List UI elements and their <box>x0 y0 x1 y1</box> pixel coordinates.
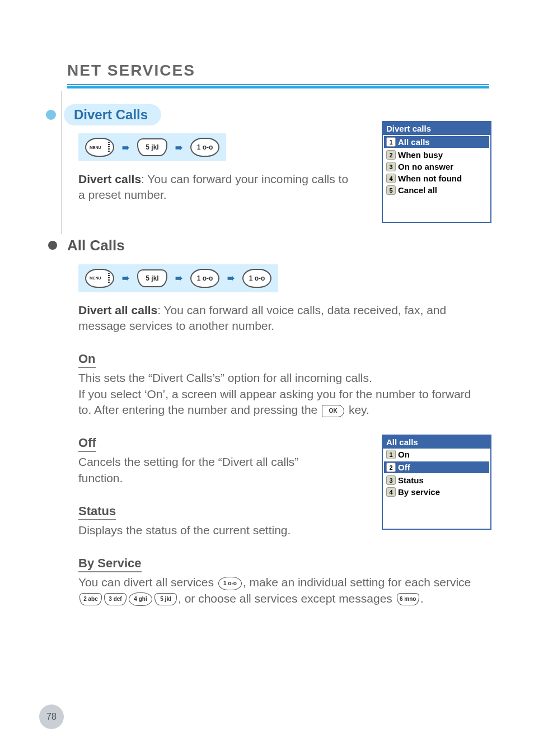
key-6-icon: 6 mno <box>397 593 419 605</box>
vertical-guide <box>62 91 62 234</box>
menu-key-icon <box>85 269 114 288</box>
phone-row-highlight: 1All calls <box>384 136 489 148</box>
key-5-icon: 5 jkl <box>154 593 177 605</box>
key-1: 1 o-o <box>190 138 219 157</box>
paragraph-by-service: You can divert all services 1 o-o, make … <box>78 575 478 606</box>
subheading-by-service: By Service <box>78 556 142 572</box>
phone-row: 3Status <box>384 474 489 486</box>
arrow-icon: ➠ <box>227 273 235 283</box>
menu-key-icon <box>85 138 114 157</box>
key-5: 5 jkl <box>137 269 167 287</box>
paragraph-off: Cancels the setting for the “Divert all … <box>78 454 341 486</box>
phone-titlebar: All calls <box>383 436 490 449</box>
arrow-icon: ➠ <box>122 142 129 153</box>
phone-row: 3On no answer <box>384 161 489 172</box>
paragraph-divert-all: Divert all calls: You can forward all vo… <box>78 302 478 334</box>
section-bullet-icon <box>46 110 56 120</box>
section-heading-divert-calls: Divert Calls <box>64 104 161 125</box>
key-1: 1 o-o <box>190 269 219 288</box>
phone-row: 4By service <box>384 486 489 498</box>
key-1: 1 o-o <box>242 269 271 288</box>
phone-row: 5Cancel all <box>384 184 489 196</box>
chapter-heading: NET SERVICES <box>67 62 489 80</box>
subheading-off: Off <box>78 436 96 452</box>
paragraph-on: This sets the “Divert Calls’s” option fo… <box>78 370 478 418</box>
phone-screen-divert-calls: Divert calls 1All calls 2When busy 3On n… <box>382 121 491 223</box>
paragraph-divert-calls: Divert calls: You can forward your incom… <box>78 171 353 203</box>
heading-rule <box>67 84 489 88</box>
key-1-icon: 1 o-o <box>218 577 242 590</box>
subheading-status: Status <box>78 504 116 520</box>
phone-titlebar: Divert calls <box>383 122 490 135</box>
page-number: 78 <box>39 704 64 729</box>
phone-row: 1On <box>384 449 489 460</box>
phone-row-highlight: 2Off <box>384 461 489 473</box>
key-4-icon: 4 ghi <box>129 592 152 606</box>
subsection-bullet-icon <box>48 241 57 250</box>
phone-row: 4When not found <box>384 172 489 184</box>
key-2-icon: 2 abc <box>79 593 102 605</box>
subheading-on: On <box>78 352 96 368</box>
subsection-heading-all-calls: All Calls <box>67 237 125 254</box>
key-sequence-all-calls: ➠ 5 jkl ➠ 1 o-o ➠ 1 o-o <box>78 264 278 292</box>
key-sequence-divert-calls: ➠ 5 jkl ➠ 1 o-o <box>78 133 226 161</box>
arrow-icon: ➠ <box>122 273 129 283</box>
ok-key-icon: OK <box>322 405 344 417</box>
arrow-icon: ➠ <box>175 273 182 283</box>
key-3-icon: 3 def <box>104 593 127 605</box>
phone-screen-all-calls: All calls 1On 2Off 3Status 4By service <box>382 435 491 530</box>
phone-row: 2When busy <box>384 149 489 161</box>
key-5: 5 jkl <box>137 138 167 156</box>
arrow-icon: ➠ <box>175 142 182 153</box>
